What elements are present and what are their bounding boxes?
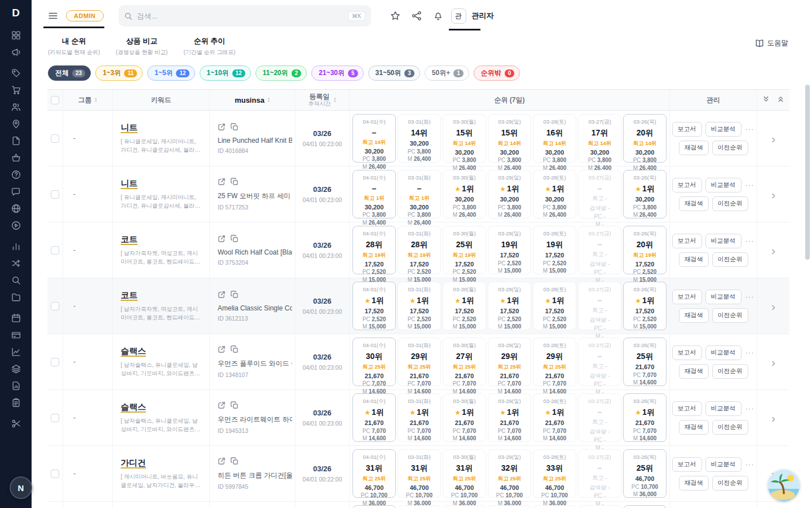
sidebar-item-card[interactable]: [6, 328, 25, 342]
rank-cell[interactable]: 03-28(토)19위17,520PC 2,520M 15,000: [533, 226, 576, 274]
external-link-icon[interactable]: [218, 178, 226, 187]
collapse-all-icon[interactable]: [760, 95, 772, 104]
rank-cell[interactable]: 03-28(토)16위최고 14위30,200PC 3,800M 26,400: [533, 114, 576, 163]
report-button[interactable]: 보고서: [672, 234, 702, 248]
compare-button[interactable]: 비교분석: [705, 234, 742, 248]
app-logo[interactable]: D: [12, 7, 20, 19]
rank-cell[interactable]: 03-29(일)19위17,520PC 2,520M 15,000: [488, 226, 531, 274]
filter-chip-5[interactable]: 11~20위2: [255, 65, 307, 81]
more-button[interactable]: ···: [745, 404, 755, 413]
filter-chip-8[interactable]: 50위+1: [425, 65, 469, 81]
filter-chip-9[interactable]: 순위밖0: [474, 65, 520, 81]
rank-cell[interactable]: 03-30(월)★1위17,520PC 2,520M 15,000: [443, 282, 486, 330]
rank-cell[interactable]: 03-29(일)15위최고 14위30,200PC 3,800M 26,400: [488, 114, 531, 163]
sidebar-item-help-circle[interactable]: [6, 168, 25, 182]
palm-widget[interactable]: [768, 470, 800, 501]
rank-cell[interactable]: 03-27(금)–최고 -검색량 -PC -M -: [578, 505, 621, 508]
rank-cell[interactable]: 03-31(화)14위30,200PC 3,800M 26,400: [398, 114, 441, 163]
recheck-button[interactable]: 재검색: [679, 420, 709, 435]
row-expand-chevron[interactable]: ›: [771, 356, 775, 368]
report-button[interactable]: 보고서: [672, 345, 702, 360]
tab-2[interactable]: 상품 비교(경쟁상품 현황 비교): [116, 36, 167, 56]
expand-all-icon[interactable]: [775, 95, 787, 104]
sidebar-item-line-chart[interactable]: [6, 345, 25, 359]
rank-cell[interactable]: 03-29(일)★1위17,520PC 2,520M 15,000: [488, 282, 531, 330]
report-button[interactable]: 보고서: [672, 457, 702, 472]
rank-cell[interactable]: 03-29(일)★1위30,200PC 3,800M 26,400: [488, 170, 531, 218]
rank-cell[interactable]: 03-30(월)27위최고 25위21,670PC 7,070M 14,600: [443, 338, 486, 386]
rank-cell[interactable]: 03-31(화)31위최고 25위46,700PC 10,700M 36,000: [398, 449, 441, 498]
more-button[interactable]: ···: [745, 292, 755, 301]
notification-bell-button[interactable]: [433, 11, 443, 21]
rank-cell[interactable]: 03-28(토)★1위17,520PC 2,520M 15,000: [533, 282, 576, 330]
rank-cell[interactable]: 04-01(수)28위최고 19위17,520PC 2,520M 15,000: [352, 226, 396, 274]
rank-cell[interactable]: 03-26(목)25위46,700PC 10,700M 36,000: [623, 449, 667, 498]
prev-rank-button[interactable]: 이전순위: [712, 476, 748, 491]
compare-button[interactable]: 비교분석: [705, 122, 742, 137]
row-expand-chevron[interactable]: ›: [771, 244, 775, 256]
compare-button[interactable]: 비교분석: [705, 345, 742, 360]
recheck-button[interactable]: 재검색: [679, 196, 709, 211]
rank-cell[interactable]: 04-01(수)★1위21,670PC 7,070M 14,600: [352, 393, 396, 442]
external-link-icon[interactable]: [218, 345, 226, 355]
rank-cell[interactable]: 03-27(금)–최고 -검색량 -PC -M -: [578, 393, 621, 442]
rank-cell[interactable]: 03-26(목)★1위30,200PC 3,800M 26,400: [623, 170, 667, 218]
rank-cell[interactable]: 03-27(금)–최고 -검색량 -PC -M -: [578, 282, 621, 330]
prev-rank-button[interactable]: 이전순위: [712, 196, 748, 211]
rank-cell[interactable]: 03-31(화)★1위21,670PC 7,070M 14,600: [398, 393, 441, 442]
rank-cell[interactable]: 04-01(수)30위최고 25위21,670PC 7,070M 14,600: [352, 338, 396, 386]
rank-cell[interactable]: 04-01(수)–최고 1위30,200PC 3,800M 26,400: [352, 170, 396, 218]
keyword-link[interactable]: 니트: [121, 122, 138, 133]
copy-icon[interactable]: [231, 178, 239, 187]
compare-button[interactable]: 비교분석: [705, 290, 742, 304]
rank-cell[interactable]: 03-28(토)33위최고 25위46,700PC 10,700M 36,000: [533, 449, 576, 498]
copy-icon[interactable]: [231, 345, 239, 355]
sidebar-item-calendar[interactable]: [6, 311, 25, 325]
row-checkbox[interactable]: [51, 414, 59, 422]
external-link-icon[interactable]: [218, 291, 226, 300]
external-link-icon[interactable]: [218, 401, 226, 411]
rank-cell[interactable]: 03-30(월)15위최고 14위30,200PC 3,800M 26,400: [443, 114, 486, 163]
rank-cell[interactable]: 03-31(화)29위최고 25위21,670PC 7,070M 14,600: [398, 338, 441, 386]
sidebar-item-layers[interactable]: [6, 362, 25, 376]
row-checkbox[interactable]: [51, 302, 59, 310]
rank-cell[interactable]: 03-29(일)32위최고 25위46,700PC 10,700M 36,000: [488, 449, 531, 498]
rank-cell[interactable]: 04-01(수)★1위17,520PC 2,520M 15,000: [352, 282, 396, 330]
row-checkbox[interactable]: [51, 190, 59, 199]
rank-cell[interactable]: 04-01(수)–최고 14위30,200PC 3,800M 26,400: [352, 114, 396, 163]
prev-rank-button[interactable]: 이전순위: [712, 141, 748, 155]
row-expand-chevron[interactable]: ›: [771, 133, 775, 144]
sidebar-item-shuffle[interactable]: [6, 256, 25, 270]
network-button[interactable]: [412, 11, 422, 21]
prev-rank-button[interactable]: 이전순위: [712, 308, 748, 323]
copy-icon[interactable]: [231, 291, 239, 300]
recheck-button[interactable]: 재검색: [679, 476, 709, 491]
sidebar-item-dashboard[interactable]: [6, 28, 25, 42]
sidebar-item-promotion-tag[interactable]: [6, 66, 25, 80]
rank-cell[interactable]: 03-26(목)20위최고 14위30,200PC 3,800M 26,400: [623, 114, 667, 163]
sidebar-item-megaphone[interactable]: [6, 45, 25, 59]
sidebar-item-clipboard[interactable]: [6, 396, 25, 410]
compare-button[interactable]: 비교분석: [705, 401, 742, 416]
user-avatar[interactable]: 관: [451, 8, 466, 24]
filter-chip-1[interactable]: 전체23: [48, 65, 91, 81]
prev-rank-button[interactable]: 이전순위: [712, 420, 748, 435]
prev-rank-button[interactable]: 이전순위: [712, 252, 748, 267]
floating-n-button[interactable]: N: [10, 476, 32, 499]
rank-cell[interactable]: 03-30(월)–: [443, 505, 486, 508]
hamburger-menu-button[interactable]: [48, 11, 58, 21]
group-column-header[interactable]: 그룹: [78, 95, 92, 105]
search-input[interactable]: [137, 12, 343, 20]
recheck-button[interactable]: 재검색: [679, 252, 709, 267]
search-box[interactable]: ⌘K: [118, 5, 371, 27]
row-checkbox[interactable]: [51, 358, 59, 366]
rank-cell[interactable]: 03-26(목)20위최고 19위17,520PC 2,520M 15,000: [623, 226, 667, 274]
rank-cell[interactable]: 03-30(월)31위최고 25위46,700PC 10,700M 36,000: [443, 449, 486, 498]
sidebar-item-play[interactable]: [6, 218, 25, 233]
filter-chip-3[interactable]: 1~5위12: [147, 65, 195, 81]
row-expand-chevron[interactable]: ›: [771, 300, 775, 312]
rank-cell[interactable]: 03-30(월)★1위21,670PC 7,070M 14,600: [443, 393, 486, 442]
report-button[interactable]: 보고서: [672, 122, 702, 137]
report-button[interactable]: 보고서: [672, 178, 702, 192]
rank-cell[interactable]: 03-26(목)★1위17,520PC 2,520M 15,000: [623, 282, 667, 330]
